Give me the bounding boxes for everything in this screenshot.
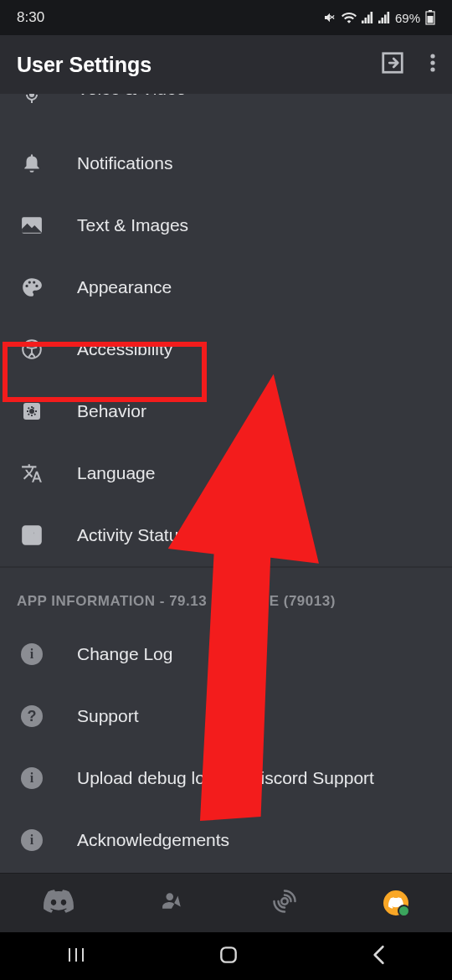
- info-item-support[interactable]: ? Support: [0, 685, 452, 747]
- settings-item-activity-status[interactable]: ? Activity Status: [0, 504, 452, 566]
- settings-item-notifications[interactable]: Notifications: [0, 132, 452, 194]
- section-app-information: APP INFORMATION - 79.13 - STABLE (79013): [0, 566, 452, 623]
- settings-item-label: Language: [77, 463, 155, 483]
- svg-point-15: [281, 898, 288, 905]
- svg-point-4: [430, 54, 434, 58]
- svg-rect-19: [221, 947, 235, 962]
- avatar-icon: [383, 890, 408, 916]
- settings-item-appearance[interactable]: Appearance: [0, 256, 452, 318]
- status-time: 8:30: [17, 9, 44, 26]
- info-item-acknowledgements[interactable]: i Acknowledgements: [0, 809, 452, 871]
- settings-item-behavior[interactable]: Behavior: [0, 380, 452, 442]
- status-bar: 8:30 69%: [0, 0, 452, 35]
- tab-profile-avatar[interactable]: [383, 890, 408, 916]
- tab-search-icon[interactable]: [272, 889, 297, 917]
- settings-item-label: Voice & Video: [77, 94, 186, 99]
- settings-item-label: Notifications: [77, 153, 172, 173]
- settings-item-accessibility[interactable]: Accessibility: [0, 318, 452, 380]
- palette-icon: [20, 276, 44, 299]
- exit-icon[interactable]: [380, 50, 405, 79]
- question-icon: ?: [20, 704, 44, 728]
- status-icons: 69%: [323, 10, 435, 25]
- info-item-upload-logs[interactable]: i Upload debug logs to Discord Support: [0, 747, 452, 809]
- nav-back-icon[interactable]: [371, 944, 386, 969]
- translate-icon: [20, 462, 44, 485]
- image-icon: [20, 214, 44, 237]
- bell-icon: [20, 152, 44, 175]
- settings-item-label: Behavior: [77, 401, 146, 421]
- info-item-change-log[interactable]: i Change Log: [0, 623, 452, 685]
- signal-icon-2: [378, 12, 390, 23]
- tab-discord-icon[interactable]: [44, 890, 74, 916]
- settings-item-language[interactable]: Language: [0, 442, 452, 504]
- accessibility-icon: [20, 338, 44, 361]
- tab-friends-icon[interactable]: [160, 890, 185, 916]
- settings-item-label: Text & Images: [77, 215, 188, 235]
- settings-item-label: Appearance: [77, 277, 172, 297]
- info-item-label: Change Log: [77, 644, 172, 664]
- mute-icon: [323, 11, 336, 24]
- dice-icon: ?: [20, 524, 44, 547]
- info-icon: i: [20, 828, 44, 852]
- settings-item-label: Accessibility: [77, 339, 172, 359]
- svg-point-6: [430, 67, 434, 71]
- battery-icon: [425, 10, 435, 25]
- svg-point-5: [430, 60, 434, 64]
- gear-box-icon: [20, 400, 44, 423]
- mic-icon: [20, 94, 44, 107]
- nav-recent-icon[interactable]: [66, 946, 86, 967]
- svg-rect-1: [429, 10, 432, 12]
- info-item-label: Upload debug logs to Discord Support: [77, 768, 374, 788]
- android-nav-bar: [0, 932, 452, 980]
- nav-home-icon[interactable]: [218, 944, 239, 969]
- svg-point-9: [30, 343, 33, 346]
- svg-point-11: [29, 409, 34, 414]
- info-item-label: Acknowledgements: [77, 830, 229, 850]
- settings-list: Voice & Video Notifications Text & Image…: [0, 94, 452, 873]
- settings-item-text-images[interactable]: Text & Images: [0, 194, 452, 256]
- info-icon: i: [20, 642, 44, 666]
- settings-item-label: Activity Status: [77, 525, 187, 545]
- bottom-tab-bar: [0, 873, 452, 932]
- settings-header: User Settings: [0, 35, 452, 94]
- wifi-icon: [342, 12, 357, 23]
- settings-item-voice-video[interactable]: Voice & Video: [0, 94, 452, 112]
- info-icon: i: [20, 766, 44, 790]
- more-icon[interactable]: [430, 53, 435, 76]
- info-item-label: Support: [77, 706, 139, 726]
- svg-rect-2: [428, 16, 434, 23]
- page-title: User Settings: [17, 53, 152, 77]
- svg-text:?: ?: [28, 528, 35, 542]
- signal-icon-1: [362, 12, 373, 23]
- battery-percent: 69%: [395, 11, 420, 25]
